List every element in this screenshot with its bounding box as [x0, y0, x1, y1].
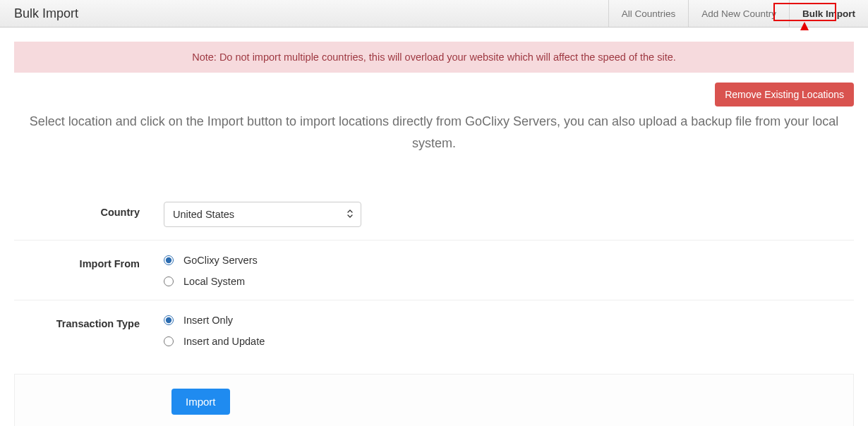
form-row-import-from: Import From GoClixy Servers Local System — [14, 241, 854, 300]
radio-label-insert-only[interactable]: Insert Only — [183, 315, 233, 326]
main-container: Note: Do not import multiple countries, … — [0, 28, 868, 426]
intro-text: Select location and click on the Import … — [14, 111, 854, 182]
radio-item-insert-only: Insert Only — [164, 315, 854, 326]
radio-goclixy-servers[interactable] — [164, 255, 174, 265]
submit-section: Import — [14, 374, 854, 426]
remove-existing-locations-button[interactable]: Remove Existing Locations — [715, 83, 854, 107]
radio-label-goclixy[interactable]: GoClixy Servers — [183, 255, 258, 266]
nav-add-new-country[interactable]: Add New Country — [688, 0, 789, 27]
country-control: United States — [164, 202, 854, 227]
radio-item-goclixy: GoClixy Servers — [164, 255, 854, 266]
import-from-radio-group: GoClixy Servers Local System — [164, 253, 854, 287]
remove-button-row: Remove Existing Locations — [14, 83, 854, 107]
topbar-nav: All Countries Add New Country Bulk Impor… — [608, 0, 868, 27]
nav-all-countries[interactable]: All Countries — [608, 0, 689, 27]
import-button[interactable]: Import — [171, 389, 230, 415]
form-row-transaction-type: Transaction Type Insert Only Insert and … — [14, 300, 854, 360]
transaction-type-label: Transaction Type — [14, 313, 164, 329]
alert-note: Note: Do not import multiple countries, … — [14, 42, 854, 73]
radio-item-insert-update: Insert and Update — [164, 336, 854, 347]
topbar: Bulk Import All Countries Add New Countr… — [0, 0, 868, 28]
country-label: Country — [14, 202, 164, 218]
radio-label-insert-update[interactable]: Insert and Update — [183, 336, 265, 347]
page-title: Bulk Import — [14, 6, 78, 21]
transaction-type-radio-group: Insert Only Insert and Update — [164, 313, 854, 347]
radio-label-local[interactable]: Local System — [183, 276, 245, 287]
country-select-wrap: United States — [164, 202, 361, 227]
nav-bulk-import[interactable]: Bulk Import — [789, 0, 868, 27]
form-section: Country United States Import From — [14, 182, 854, 426]
radio-item-local: Local System — [164, 276, 854, 287]
form-row-country: Country United States — [14, 189, 854, 241]
import-from-control: GoClixy Servers Local System — [164, 253, 854, 287]
radio-local-system[interactable] — [164, 276, 174, 286]
radio-insert-and-update[interactable] — [164, 336, 174, 346]
import-from-label: Import From — [14, 253, 164, 269]
radio-insert-only[interactable] — [164, 315, 174, 325]
country-select[interactable]: United States — [164, 202, 361, 227]
transaction-type-control: Insert Only Insert and Update — [164, 313, 854, 347]
